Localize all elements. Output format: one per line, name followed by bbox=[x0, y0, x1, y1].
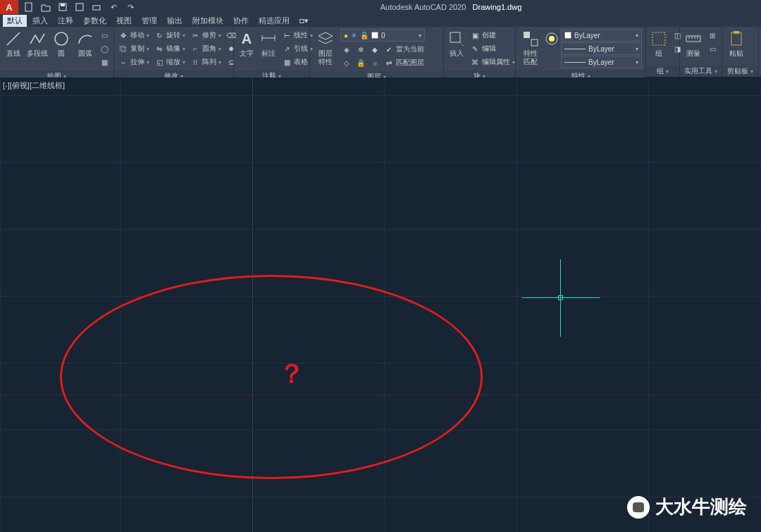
paste-icon bbox=[726, 29, 746, 49]
layer-lock-icon: 🔒 bbox=[356, 58, 366, 68]
util1[interactable]: ⊞ bbox=[706, 29, 719, 42]
line-icon bbox=[4, 29, 23, 49]
tab-addin[interactable]: 附加模块 bbox=[188, 15, 228, 27]
fillet-button[interactable]: ⌐圆角 bbox=[189, 42, 223, 55]
tab-output[interactable]: 输出 bbox=[163, 15, 187, 27]
polyline-button[interactable]: 多段线 bbox=[27, 29, 49, 58]
circle-button[interactable]: 圆 bbox=[51, 29, 73, 58]
stretch-button[interactable]: ↔拉伸 bbox=[117, 56, 151, 68]
save-icon[interactable] bbox=[58, 2, 68, 12]
tab-manage[interactable]: 管理 bbox=[137, 15, 161, 27]
layer-props-button[interactable]: 图层 特性 bbox=[313, 29, 338, 66]
redo-icon[interactable]: ↷ bbox=[125, 2, 135, 12]
layer-tool1[interactable]: ◈ bbox=[340, 43, 353, 56]
tab-collab[interactable]: 协作 bbox=[229, 15, 253, 27]
app-name: Autodesk AutoCAD 2020 bbox=[380, 3, 466, 11]
quick-access-toolbar: ↶ ↷ bbox=[18, 2, 141, 12]
tab-insert[interactable]: 插入 bbox=[28, 15, 52, 27]
open-icon[interactable] bbox=[41, 2, 51, 12]
ellipse-button[interactable]: ◯ bbox=[98, 42, 111, 55]
panel-clipboard: 粘贴 剪贴板 bbox=[722, 27, 759, 77]
paste-button[interactable]: 粘贴 bbox=[725, 29, 748, 58]
match-layer-button[interactable]: ⇄匹配图层 bbox=[383, 56, 426, 69]
table-button[interactable]: ▦表格 bbox=[280, 56, 314, 68]
hatch-icon: ▦ bbox=[99, 57, 109, 67]
group-button[interactable]: 组 bbox=[649, 29, 669, 58]
dimension-button[interactable]: 标注 bbox=[259, 29, 278, 58]
svg-rect-12 bbox=[531, 39, 538, 46]
edit-attr-button[interactable]: ⌘编辑属性 bbox=[469, 56, 516, 68]
mirror-button[interactable]: ⇋镜像 bbox=[153, 42, 187, 55]
arc-button[interactable]: 圆弧 bbox=[74, 29, 96, 58]
window-title: Autodesk AutoCAD 2020 Drawing1.dwg bbox=[141, 3, 761, 11]
panel-utilities: 测量 ⊞ ▭ 实用工具 bbox=[680, 27, 722, 77]
panel-block: 插入 ▣创建 ✎编辑 ⌘编辑属性 块 bbox=[444, 27, 516, 77]
svg-rect-15 bbox=[652, 32, 665, 45]
panel-layers: 图层 特性 ● ☀ 🔓 0 ▾ ◈ ◇ ❄ � bbox=[310, 27, 444, 77]
circle-icon bbox=[51, 29, 71, 49]
dimension-icon bbox=[259, 29, 278, 49]
drawing-canvas[interactable]: [-][俯视][二维线框] ？ 大水牛测绘 bbox=[0, 78, 761, 532]
leader-button[interactable]: ↗引线 bbox=[280, 42, 314, 55]
layer-on-icon: ◆ bbox=[370, 44, 380, 54]
fillet-icon: ⌐ bbox=[190, 44, 200, 54]
measure-button[interactable]: 测量 bbox=[683, 29, 704, 58]
rotate-button[interactable]: ↻旋转 bbox=[153, 29, 187, 42]
layer-tool5[interactable]: ◆ bbox=[369, 43, 381, 56]
table-icon: ▦ bbox=[282, 57, 292, 67]
wechat-icon bbox=[627, 496, 650, 519]
panel-clip-title[interactable]: 剪贴板 bbox=[722, 66, 758, 77]
copy-button[interactable]: ⿻复制 bbox=[117, 42, 151, 55]
file-name: Drawing1.dwg bbox=[473, 3, 522, 11]
lineweight-combo[interactable]: ByLayer▾ bbox=[561, 42, 642, 55]
svg-rect-4 bbox=[93, 6, 100, 10]
linear-button[interactable]: ⊢线性 bbox=[280, 29, 314, 42]
chevron-down-icon: ▾ bbox=[636, 32, 638, 39]
panel-modify: ✥移动 ⿻复制 ↔拉伸 ↻旋转 ⇋镜像 ◱缩放 ✂修剪 ⌐圆角 ⁞⁞阵列 ⌫ ✸… bbox=[114, 27, 234, 77]
tab-param[interactable]: 参数化 bbox=[79, 15, 111, 27]
undo-icon[interactable]: ↶ bbox=[109, 2, 118, 12]
group-icon bbox=[649, 29, 669, 49]
array-button[interactable]: ⁞⁞阵列 bbox=[189, 56, 223, 68]
line-button[interactable]: 直线 bbox=[3, 29, 25, 58]
panel-util-title[interactable]: 实用工具 bbox=[680, 66, 722, 77]
tab-annotate[interactable]: 注释 bbox=[54, 15, 78, 27]
viewport-label[interactable]: [-][俯视][二维线框] bbox=[3, 80, 65, 91]
tab-view[interactable]: 视图 bbox=[112, 15, 136, 27]
new-icon[interactable] bbox=[24, 2, 34, 12]
layer-combo[interactable]: ● ☀ 🔓 0 ▾ bbox=[340, 29, 425, 42]
scale-button[interactable]: ◱缩放 bbox=[153, 56, 187, 68]
layer-tool6[interactable]: ☼ bbox=[369, 56, 381, 69]
tab-featured[interactable]: 精选应用 bbox=[254, 15, 294, 27]
svg-line-5 bbox=[7, 32, 20, 45]
polyline-icon bbox=[27, 29, 47, 49]
plot-icon[interactable] bbox=[92, 2, 101, 12]
color-wheel-button[interactable] bbox=[545, 29, 559, 49]
match-props-button[interactable]: 特性 匹配 bbox=[519, 29, 543, 66]
insert-block-icon bbox=[447, 29, 466, 49]
layer-tool3[interactable]: ❄ bbox=[354, 43, 367, 56]
app-logo[interactable]: A bbox=[0, 0, 18, 14]
crosshair-pickbox bbox=[558, 295, 563, 300]
color-swatch2 bbox=[564, 32, 571, 39]
saveas-icon[interactable] bbox=[75, 2, 85, 12]
linetype-combo[interactable]: ByLayer▾ bbox=[561, 56, 642, 68]
trim-button[interactable]: ✂修剪 bbox=[189, 29, 223, 42]
util2[interactable]: ▭ bbox=[706, 42, 719, 55]
tab-default[interactable]: 默认 bbox=[3, 15, 27, 27]
set-current-button[interactable]: ✔置为当前 bbox=[383, 43, 426, 56]
color-swatch bbox=[371, 32, 378, 39]
layer-iso-icon: ◈ bbox=[342, 44, 352, 54]
tab-more[interactable]: ◘▾ bbox=[295, 16, 313, 26]
create-block-button[interactable]: ▣创建 bbox=[469, 29, 516, 42]
text-button[interactable]: A文字 bbox=[237, 29, 256, 58]
layer-tool2[interactable]: ◇ bbox=[340, 56, 353, 69]
move-button[interactable]: ✥移动 bbox=[117, 29, 151, 42]
edit-block-button[interactable]: ✎编辑 bbox=[469, 42, 516, 55]
color-combo[interactable]: ByLayer▾ bbox=[561, 29, 642, 42]
panel-group-title[interactable]: 组 bbox=[646, 66, 679, 77]
insert-block-button[interactable]: 插入 bbox=[447, 29, 466, 58]
layer-tool4[interactable]: 🔒 bbox=[354, 56, 367, 69]
hatch-button[interactable]: ▦ bbox=[98, 56, 111, 68]
rect-button[interactable]: ▭ bbox=[98, 29, 111, 42]
